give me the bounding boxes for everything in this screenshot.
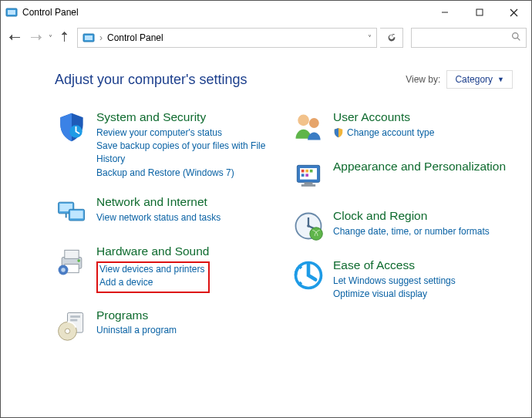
maximize-button[interactable] bbox=[462, 1, 497, 24]
highlight-box: View devices and printersAdd a device bbox=[96, 261, 210, 293]
back-button[interactable]: 🠐 bbox=[5, 27, 24, 49]
svg-rect-17 bbox=[65, 250, 79, 258]
svg-rect-34 bbox=[301, 174, 305, 177]
category-icon bbox=[291, 209, 325, 243]
category-icon bbox=[55, 244, 89, 278]
close-button[interactable] bbox=[497, 1, 531, 24]
svg-rect-31 bbox=[301, 170, 305, 173]
category: ProgramsUninstall a program bbox=[55, 308, 276, 342]
page-title: Adjust your computer's settings bbox=[55, 72, 406, 88]
up-button[interactable]: 🠑 bbox=[56, 27, 74, 49]
svg-point-8 bbox=[513, 33, 518, 39]
chevron-down-icon: ▼ bbox=[497, 76, 504, 83]
category: Ease of AccessLet Windows suggest settin… bbox=[291, 258, 513, 301]
category-link[interactable]: View devices and printers bbox=[99, 263, 205, 276]
right-column: User AccountsChange account typeAppearan… bbox=[291, 110, 513, 358]
category-link[interactable]: Optimize visual display bbox=[333, 288, 513, 301]
search-icon bbox=[511, 32, 521, 44]
nav-bar: 🠐 🠒 ˅ 🠑 › Control Panel ˅ bbox=[1, 24, 531, 52]
svg-rect-7 bbox=[85, 35, 93, 40]
category-icon bbox=[55, 195, 89, 229]
category-icon bbox=[291, 258, 325, 292]
refresh-button[interactable] bbox=[380, 28, 403, 48]
svg-rect-23 bbox=[70, 315, 80, 318]
category-link[interactable]: Uninstall a program bbox=[96, 324, 276, 337]
control-panel-icon bbox=[5, 6, 18, 19]
control-panel-icon bbox=[82, 32, 95, 44]
category-title[interactable]: Clock and Region bbox=[333, 209, 513, 224]
address-bar[interactable]: › Control Panel ˅ bbox=[77, 28, 377, 48]
svg-rect-1 bbox=[8, 10, 15, 15]
category-title[interactable]: Network and Internet bbox=[96, 195, 276, 210]
title-bar: Control Panel bbox=[1, 1, 531, 24]
svg-point-27 bbox=[298, 115, 309, 126]
svg-rect-37 bbox=[301, 184, 315, 187]
category: System and SecurityReview your computer'… bbox=[55, 110, 276, 180]
svg-rect-3 bbox=[476, 9, 483, 15]
category-title[interactable]: Appearance and Personalization bbox=[333, 160, 513, 174]
address-dropdown[interactable]: ˅ bbox=[368, 34, 372, 42]
category-title[interactable]: Ease of Access bbox=[333, 258, 513, 273]
category-title[interactable]: Hardware and Sound bbox=[96, 244, 276, 259]
view-by: View by: Category ▼ bbox=[406, 70, 513, 89]
category-title[interactable]: User Accounts bbox=[333, 110, 513, 125]
category: Hardware and SoundView devices and print… bbox=[55, 244, 276, 292]
breadcrumb-separator: › bbox=[99, 32, 103, 43]
category: User AccountsChange account type bbox=[291, 110, 513, 144]
category-link[interactable]: View network status and tasks bbox=[96, 211, 276, 224]
category-icon bbox=[291, 110, 325, 144]
category-link[interactable]: Let Windows suggest settings bbox=[333, 275, 513, 288]
svg-rect-33 bbox=[310, 170, 313, 173]
category-icon bbox=[55, 110, 89, 144]
minimize-button[interactable] bbox=[427, 1, 462, 24]
search-input[interactable] bbox=[411, 28, 527, 48]
svg-point-21 bbox=[61, 268, 66, 272]
svg-point-26 bbox=[65, 329, 69, 333]
forward-button[interactable]: 🠒 bbox=[27, 27, 45, 49]
left-column: System and SecurityReview your computer'… bbox=[55, 110, 276, 358]
view-by-select[interactable]: Category ▼ bbox=[446, 70, 513, 89]
category: Clock and RegionChange date, time, or nu… bbox=[291, 209, 513, 243]
category-link[interactable]: Review your computer's status bbox=[96, 126, 276, 140]
category: Network and InternetView network status … bbox=[55, 195, 276, 229]
svg-point-42 bbox=[310, 228, 323, 241]
svg-rect-14 bbox=[70, 211, 83, 218]
svg-rect-36 bbox=[305, 182, 313, 184]
category: Appearance and Personalization bbox=[291, 160, 513, 194]
svg-point-19 bbox=[77, 259, 80, 262]
category-icon bbox=[55, 308, 89, 342]
window-title: Control Panel bbox=[22, 7, 427, 18]
svg-rect-35 bbox=[305, 174, 308, 177]
svg-rect-32 bbox=[305, 170, 308, 173]
category-link[interactable]: Save backup copies of your files with Fi… bbox=[96, 140, 276, 167]
history-dropdown[interactable]: ˅ bbox=[49, 34, 52, 42]
category-title[interactable]: Programs bbox=[96, 308, 276, 323]
svg-rect-24 bbox=[70, 319, 77, 321]
address-text: Control Panel bbox=[107, 32, 363, 43]
svg-line-9 bbox=[517, 38, 520, 40]
category-title[interactable]: System and Security bbox=[96, 110, 276, 125]
category-icon bbox=[291, 160, 325, 194]
category-link[interactable]: Backup and Restore (Windows 7) bbox=[96, 167, 276, 180]
svg-point-28 bbox=[309, 118, 319, 128]
category-link[interactable]: Change account type bbox=[333, 126, 513, 140]
category-link[interactable]: Change date, time, or number formats bbox=[333, 225, 513, 238]
view-by-label: View by: bbox=[406, 74, 440, 85]
category-link[interactable]: Add a device bbox=[99, 276, 205, 289]
